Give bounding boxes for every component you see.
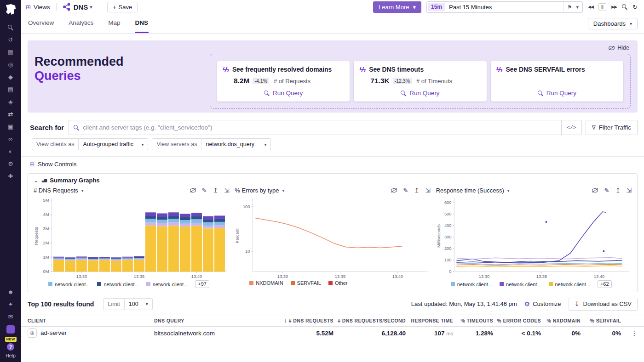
col-servfail[interactable]: % SERVFAIL [581, 318, 621, 323]
caret-icon[interactable]: ▾ [576, 4, 579, 10]
export-graph-icon[interactable]: ↥ [615, 187, 621, 194]
chart-plot[interactable]: 0M1M2M3M4M5M13:3013:3513:40Requests [34, 196, 229, 280]
run-query-button[interactable]: Run Query [401, 90, 439, 97]
limit-select[interactable]: 100 ▾ [125, 299, 152, 310]
col-error-codes[interactable]: % ERROR CODES [493, 318, 541, 323]
bits-ai-icon[interactable] [6, 325, 15, 334]
download-csv-button[interactable]: ↧ Download as CSV [569, 298, 638, 311]
ci-icon[interactable]: ◐ [5, 147, 16, 155]
legend-item[interactable]: network.client... [549, 282, 590, 287]
search-input[interactable] [83, 124, 561, 131]
watchdog-icon[interactable]: ◎ [5, 61, 16, 68]
legend-item[interactable]: network.client... [97, 282, 138, 287]
more-icon[interactable]: ✚ [5, 172, 16, 180]
time-range-picker[interactable]: 15m Past 15 Minutes ⚑ ▾ [426, 1, 583, 13]
security-icon[interactable]: ◆ [5, 73, 16, 81]
search-icon[interactable] [5, 23, 16, 31]
legend-item[interactable]: SERVFAIL [291, 280, 321, 286]
col-requests-per-second[interactable]: # DNS REQUESTS/SECOND [334, 318, 406, 323]
integrations-icon[interactable]: ⚙ [5, 160, 16, 168]
legend-item[interactable]: network.client... [451, 282, 492, 287]
pause-button[interactable]: Ⅱ [598, 3, 606, 11]
chart-title-dropdown[interactable]: Response time (Success)▾ [436, 185, 510, 196]
table-row[interactable]: ⊕ad-server bitssocialnetwork.com 5.52M 6… [21, 327, 644, 339]
tab-analytics[interactable]: Analytics [68, 14, 94, 33]
collapse-chevron-icon[interactable]: ⌄ [34, 178, 39, 183]
edit-graph-icon[interactable]: ✎ [202, 187, 207, 194]
legend-item[interactable]: network.client... [146, 282, 188, 287]
run-query-button[interactable]: Run Query [264, 90, 303, 97]
col-response-time[interactable]: RESPONSE TIME [406, 318, 453, 323]
show-controls-button[interactable]: ⊞ Show Controls [29, 161, 76, 168]
serverless-icon[interactable]: ∞ [5, 135, 16, 143]
dashboards-dropdown[interactable]: Dashboards ▾ [588, 18, 638, 29]
filter-traffic-button[interactable]: ∇ Filter Traffic [586, 120, 638, 135]
datadog-logo[interactable] [5, 4, 17, 17]
metrics-icon[interactable]: ▦ [5, 48, 16, 56]
forward-button[interactable]: ▶▶ [611, 5, 617, 9]
feedback-icon[interactable]: ✉ [5, 313, 16, 321]
code-toggle-button[interactable]: </> [561, 120, 581, 135]
col-dns-requests[interactable]: ↓# DNS REQUESTS [283, 317, 334, 324]
save-button[interactable]: + Save [107, 2, 138, 12]
legend-item[interactable]: Other [328, 280, 348, 286]
user-icon[interactable]: ☻ [5, 288, 16, 296]
chart-title-dropdown[interactable]: % Errors by type▾ [235, 185, 284, 196]
rewind-button[interactable]: ◀◀ [588, 5, 593, 9]
zoom-icon[interactable] [622, 4, 627, 10]
chart-plot[interactable]: 1010013:3013:3513:40Percent [235, 196, 430, 280]
client-cell[interactable]: ⊕ad-server [28, 328, 154, 338]
views-icon: ⊞ [26, 4, 31, 11]
infrastructure-icon[interactable]: ▣ [5, 123, 16, 130]
title-caret-icon[interactable]: ▾ [90, 4, 92, 10]
legend-item[interactable]: NXDOMAIN [249, 280, 283, 286]
edit-graph-icon[interactable]: ✎ [403, 187, 408, 194]
row-menu-kebab[interactable]: ⋮ [621, 329, 638, 337]
tab-overview[interactable]: Overview [28, 14, 54, 33]
summary-graphs-title: Summary Graphs [50, 177, 99, 184]
view-clients-select[interactable]: Auto-grouped traffic ▾ [79, 139, 148, 150]
hide-graph-icon[interactable] [592, 187, 598, 194]
fullscreen-graph-icon[interactable]: ⇲ [224, 187, 229, 194]
legend-item[interactable]: +97 [195, 280, 209, 288]
tab-dns[interactable]: DNS [135, 14, 149, 33]
hide-graph-icon[interactable] [391, 187, 397, 194]
edit-graph-icon[interactable]: ✎ [604, 187, 609, 194]
chart-title-dropdown[interactable]: # DNS Requests▾ [34, 185, 84, 196]
svg-text:500: 500 [444, 212, 452, 216]
customize-button[interactable]: ⚙ Customize [524, 300, 561, 308]
legend-item[interactable]: network.client... [500, 282, 541, 287]
run-query-button[interactable]: Run Query [538, 90, 576, 97]
legend-item[interactable]: network.client... [48, 282, 90, 287]
col-dns-query[interactable]: DNS QUERY [154, 318, 283, 323]
apm-icon[interactable]: ◈ [5, 98, 16, 106]
refresh-button[interactable]: ↻ [632, 4, 638, 11]
fullscreen-graph-icon[interactable]: ⇲ [627, 187, 632, 194]
export-graph-icon[interactable]: ↥ [414, 187, 419, 194]
col-timeouts[interactable]: % TIMEOUTS [453, 318, 493, 323]
sidebar: ↺▦◎◆▤◈⇄▣∞◐⚙✚ ☻✦✉ NEW ? Help [0, 0, 21, 362]
pin-icon[interactable]: ⚑ [568, 4, 572, 10]
tab-map[interactable]: Map [108, 14, 121, 33]
col-nxdomain[interactable]: % NXDOMAIN [541, 318, 581, 323]
query-card: ϟϟSee frequently resolved domains8.2M-4.… [217, 61, 350, 102]
history-icon[interactable]: ↺ [5, 36, 16, 44]
chart-plot[interactable]: 010020030040050060013:3013:3513:40Millis… [436, 196, 632, 280]
network-icon[interactable]: ⇄ [5, 110, 16, 118]
logs-icon[interactable]: ▤ [5, 85, 16, 93]
hide-banner-button[interactable]: Hide [609, 45, 629, 51]
help-icon[interactable]: ? [7, 343, 14, 351]
legend-item[interactable]: +62 [598, 280, 612, 288]
sort-desc-icon[interactable]: ↓ [284, 317, 287, 324]
whats-new-icon[interactable]: ✦ [5, 300, 16, 308]
requests-per-second-cell: 6,128.40 [334, 330, 406, 337]
svg-text:1M: 1M [43, 255, 49, 260]
views-button[interactable]: ⊞ Views [26, 4, 50, 11]
view-servers-select[interactable]: network.dns_query ▾ [201, 139, 270, 150]
col-client[interactable]: CLIENT [28, 318, 154, 323]
learn-more-button[interactable]: Learn More ▾ [373, 1, 421, 13]
fullscreen-graph-icon[interactable]: ⇲ [425, 187, 430, 194]
dns-query-cell[interactable]: bitssocialnetwork.com [154, 330, 283, 337]
hide-graph-icon[interactable] [190, 187, 196, 194]
export-graph-icon[interactable]: ↥ [213, 187, 218, 194]
